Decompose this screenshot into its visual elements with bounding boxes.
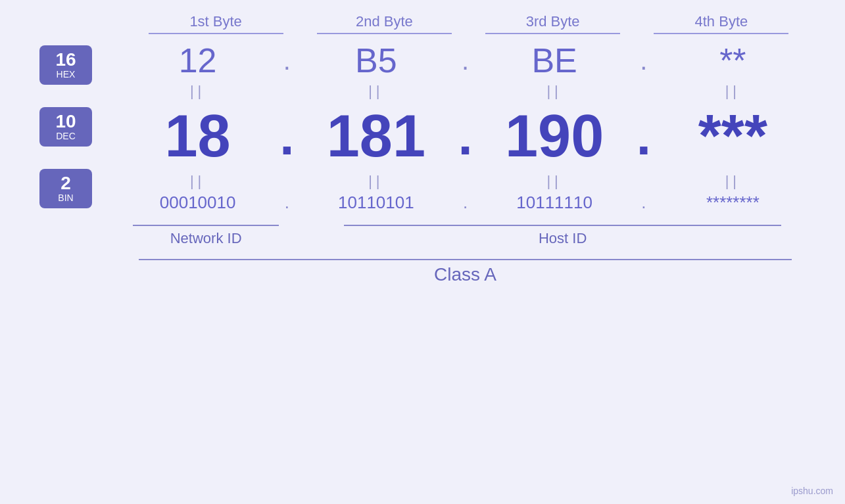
hex-sep-3: . bbox=[627, 46, 660, 76]
bin-val-1: 00010010 bbox=[125, 193, 270, 213]
dec-badge-num: 10 bbox=[47, 112, 84, 131]
dec-val-4: *** bbox=[660, 103, 806, 170]
hex-val-1: 12 bbox=[125, 41, 270, 80]
equals-row-2: || || || || bbox=[125, 170, 806, 193]
bin-badge-label: BIN bbox=[47, 193, 84, 203]
eq2-1: || bbox=[125, 173, 270, 190]
host-bracket-line bbox=[320, 216, 806, 226]
dec-badge-label: DEC bbox=[47, 131, 84, 141]
class-bracket bbox=[125, 250, 806, 260]
hex-badge-label: HEX bbox=[47, 69, 84, 80]
byte-header-2: 2nd Byte bbox=[300, 13, 468, 34]
hex-val-3: BE bbox=[482, 41, 627, 80]
eq2-4: || bbox=[660, 173, 806, 190]
hex-val-2: B5 bbox=[303, 41, 448, 80]
network-bracket-line bbox=[125, 216, 287, 226]
host-id-label: Host ID bbox=[320, 226, 806, 247]
bottom-section: Network ID Host ID bbox=[39, 216, 806, 247]
bin-val-4: ******** bbox=[660, 193, 806, 213]
bin-badge-num: 2 bbox=[47, 174, 84, 193]
watermark: ipshu.com bbox=[791, 486, 833, 496]
network-id-label: Network ID bbox=[125, 226, 287, 247]
dec-val-1: 18 bbox=[125, 103, 270, 170]
content-area: 16 HEX 10 DEC 2 BIN 12 . B5 . BE . ** bbox=[39, 41, 806, 213]
eq1-2: || bbox=[303, 83, 448, 100]
bracket-labels: Network ID Host ID bbox=[125, 216, 806, 247]
dec-values-row: 18 . 181 . 190 . *** bbox=[125, 103, 806, 170]
eq1-4: || bbox=[660, 83, 806, 100]
eq2-2: || bbox=[303, 173, 448, 190]
dec-badge: 10 DEC bbox=[39, 107, 92, 147]
bin-sep-1: . bbox=[270, 193, 303, 213]
bin-sep-2: . bbox=[449, 193, 482, 213]
main-container: 1st Byte 2nd Byte 3rd Byte 4th Byte 16 H… bbox=[0, 0, 845, 504]
bin-val-2: 10110101 bbox=[303, 193, 448, 213]
eq1-1: || bbox=[125, 83, 270, 100]
host-id-section: Host ID bbox=[320, 216, 806, 247]
dec-sep-1: . bbox=[270, 106, 303, 167]
hex-badge-num: 16 bbox=[47, 51, 84, 69]
dec-sep-3: . bbox=[627, 106, 660, 167]
labels-column: 16 HEX 10 DEC 2 BIN bbox=[39, 41, 125, 213]
class-label: Class A bbox=[125, 260, 806, 285]
values-grid: 12 . B5 . BE . ** || || || || 18 bbox=[125, 41, 806, 213]
hex-val-4: ** bbox=[660, 41, 806, 80]
bin-badge: 2 BIN bbox=[39, 169, 92, 208]
hex-badge: 16 HEX bbox=[39, 45, 92, 85]
eq2-3: || bbox=[482, 173, 627, 190]
class-section: Class A bbox=[39, 250, 806, 285]
dec-sep-2: . bbox=[449, 106, 482, 167]
byte-header-4: 4th Byte bbox=[637, 13, 806, 34]
bin-val-3: 10111110 bbox=[482, 193, 627, 213]
hex-sep-1: . bbox=[270, 46, 303, 76]
bin-values-row: 00010010 . 10110101 . 10111110 . *******… bbox=[125, 193, 806, 213]
eq1-3: || bbox=[482, 83, 627, 100]
bin-sep-3: . bbox=[627, 193, 660, 213]
hex-sep-2: . bbox=[449, 46, 482, 76]
hex-values-row: 12 . B5 . BE . ** bbox=[125, 41, 806, 80]
byte-header-3: 3rd Byte bbox=[469, 13, 637, 34]
dec-val-2: 181 bbox=[303, 103, 448, 170]
byte-headers-row: 1st Byte 2nd Byte 3rd Byte 4th Byte bbox=[39, 13, 806, 34]
equals-row-1: || || || || bbox=[125, 80, 806, 103]
byte-header-1: 1st Byte bbox=[132, 13, 300, 34]
dec-val-3: 190 bbox=[482, 103, 627, 170]
network-id-section: Network ID bbox=[125, 216, 287, 247]
